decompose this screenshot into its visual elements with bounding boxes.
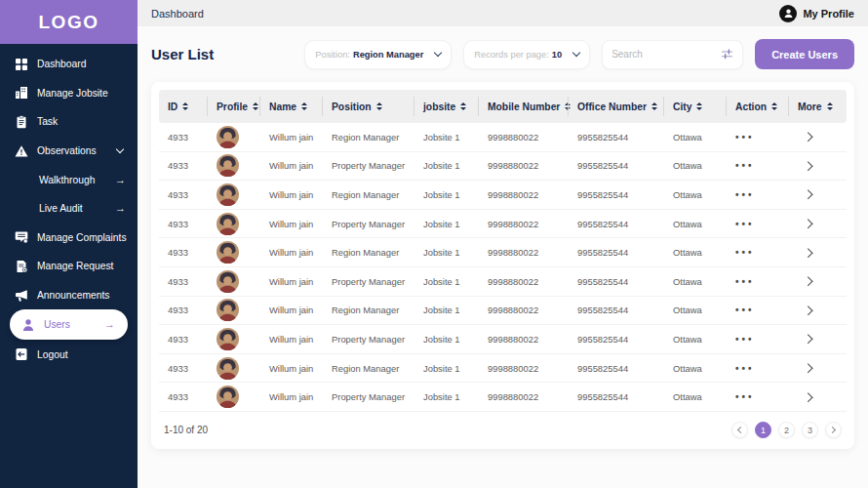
column-header-name[interactable]: Name bbox=[260, 90, 323, 123]
row-expand-button[interactable] bbox=[789, 276, 847, 287]
column-header-jobsite[interactable]: jobsite bbox=[414, 90, 479, 123]
profile-photo bbox=[217, 126, 239, 148]
pagination-page-1[interactable]: 1 bbox=[755, 422, 771, 438]
cell-office: 9955825544 bbox=[569, 305, 664, 315]
column-header-id[interactable]: ID bbox=[159, 90, 208, 123]
sidebar-item-users[interactable]: Users → bbox=[10, 309, 128, 340]
cell-name: Willum jain bbox=[260, 132, 323, 142]
sidebar-item-manage-request[interactable]: Manage Request bbox=[0, 252, 138, 281]
chevron-left-icon bbox=[737, 427, 744, 433]
row-expand-button[interactable] bbox=[789, 305, 847, 315]
cell-id: 4933 bbox=[159, 363, 208, 374]
pagination-prev-button[interactable] bbox=[731, 422, 748, 438]
row-expand-button[interactable] bbox=[789, 391, 847, 402]
records-filter-label: Records per page: bbox=[474, 50, 549, 60]
filter-tune-icon[interactable] bbox=[721, 48, 733, 61]
records-per-page-select[interactable]: Records per page: 10 bbox=[463, 40, 590, 69]
row-actions-button[interactable] bbox=[727, 363, 789, 374]
column-header-more[interactable]: More bbox=[789, 90, 847, 123]
profile-menu[interactable]: My Profile bbox=[779, 5, 854, 22]
chevron-right-icon bbox=[804, 306, 812, 315]
sidebar-item-walkthrough[interactable]: Walkthrough → bbox=[0, 165, 138, 194]
chevron-down-icon bbox=[116, 145, 124, 153]
sidebar-item-manage-jobsite[interactable]: Manage Jobsite bbox=[0, 79, 138, 108]
column-header-profile[interactable]: Profile bbox=[208, 90, 260, 123]
table-row: 4933 Willum jain Region Manager Jobsite … bbox=[159, 123, 847, 152]
table-row: 4933 Willum jain Property Manager Jobsit… bbox=[159, 383, 847, 412]
column-header-position[interactable]: Position bbox=[323, 90, 414, 123]
cell-profile bbox=[208, 154, 260, 177]
row-expand-button[interactable] bbox=[789, 363, 847, 374]
row-expand-button[interactable] bbox=[789, 334, 847, 345]
table-row: 4933 Willum jain Region Manager Jobsite … bbox=[159, 181, 847, 210]
ellipsis-icon bbox=[735, 334, 755, 345]
create-users-button[interactable]: Create Users bbox=[755, 39, 854, 69]
ellipsis-icon bbox=[735, 391, 755, 402]
row-actions-button[interactable] bbox=[727, 219, 789, 229]
row-expand-button[interactable] bbox=[789, 219, 847, 229]
sidebar-item-label: Manage Complaints bbox=[37, 232, 127, 243]
column-header-mobile[interactable]: Mobile Number bbox=[479, 90, 569, 123]
cell-profile bbox=[208, 357, 260, 380]
table-row: 4933 Willum jain Property Manager Jobsit… bbox=[159, 152, 847, 182]
cell-profile bbox=[208, 328, 260, 350]
cell-jobsite: Jobsite 1 bbox=[414, 189, 479, 200]
row-expand-button[interactable] bbox=[789, 189, 847, 200]
ellipsis-icon bbox=[735, 305, 755, 315]
row-actions-button[interactable] bbox=[727, 189, 789, 200]
row-actions-button[interactable] bbox=[727, 160, 789, 171]
warning-icon bbox=[14, 143, 28, 158]
arrow-right-icon: → bbox=[104, 319, 115, 330]
ellipsis-icon bbox=[735, 363, 755, 374]
sort-icon bbox=[696, 102, 702, 110]
sidebar-item-observations[interactable]: Observations bbox=[0, 137, 138, 166]
row-expand-button[interactable] bbox=[789, 160, 847, 171]
cell-name: Willum jain bbox=[260, 189, 323, 200]
cell-position: Property Manager bbox=[323, 219, 414, 229]
row-expand-button[interactable] bbox=[789, 247, 847, 258]
sidebar-item-logout[interactable]: Logout bbox=[0, 340, 138, 369]
search-input[interactable] bbox=[612, 49, 721, 60]
pagination-page-2[interactable]: 2 bbox=[778, 422, 795, 438]
column-header-action[interactable]: Action bbox=[727, 90, 789, 123]
cell-city: Ottawa bbox=[664, 247, 727, 258]
row-expand-button[interactable] bbox=[789, 132, 847, 142]
person-icon bbox=[20, 317, 35, 332]
logo: LOGO bbox=[0, 0, 138, 44]
row-actions-button[interactable] bbox=[727, 247, 789, 258]
chevron-right-icon bbox=[804, 162, 812, 171]
cell-city: Ottawa bbox=[664, 189, 727, 200]
table-row: 4933 Willum jain Region Manager Jobsite … bbox=[159, 354, 847, 384]
cell-city: Ottawa bbox=[664, 132, 727, 142]
pagination-next-button[interactable] bbox=[825, 422, 842, 438]
cell-name: Willum jain bbox=[260, 160, 323, 171]
sidebar-item-live-audit[interactable]: Live Audit → bbox=[0, 194, 138, 224]
row-actions-button[interactable] bbox=[727, 334, 789, 345]
sidebar-item-manage-complaints[interactable]: Manage Complaints bbox=[0, 224, 138, 253]
chevron-down-icon bbox=[434, 49, 442, 57]
column-header-city[interactable]: City bbox=[664, 90, 727, 123]
cell-profile bbox=[208, 241, 260, 264]
cell-id: 4933 bbox=[159, 132, 208, 142]
table-footer: 1-10 of 20 1 2 3 bbox=[159, 412, 847, 449]
cell-profile bbox=[208, 213, 260, 235]
column-header-office[interactable]: Office Number bbox=[569, 90, 664, 123]
row-actions-button[interactable] bbox=[727, 305, 789, 315]
content: User List Position: Region Manager Recor… bbox=[138, 26, 868, 449]
pagination-page-3[interactable]: 3 bbox=[802, 422, 818, 438]
sidebar-item-task[interactable]: Task bbox=[0, 107, 138, 137]
sidebar-item-announcements[interactable]: Announcements bbox=[0, 281, 138, 310]
chevron-right-icon bbox=[804, 220, 812, 228]
row-actions-button[interactable] bbox=[727, 391, 789, 402]
cell-jobsite: Jobsite 1 bbox=[414, 363, 479, 374]
cell-jobsite: Jobsite 1 bbox=[414, 334, 479, 345]
position-filter-select[interactable]: Position: Region Manager bbox=[304, 40, 452, 69]
row-actions-button[interactable] bbox=[727, 276, 789, 287]
sidebar-item-dashboard[interactable]: Dashboard bbox=[0, 50, 138, 79]
sidebar-item-label: Dashboard bbox=[37, 59, 86, 69]
cell-city: Ottawa bbox=[664, 334, 727, 345]
cell-id: 4933 bbox=[159, 189, 208, 200]
cell-name: Willum jain bbox=[260, 219, 323, 229]
cell-mobile: 9998880022 bbox=[479, 160, 569, 171]
row-actions-button[interactable] bbox=[727, 132, 789, 142]
